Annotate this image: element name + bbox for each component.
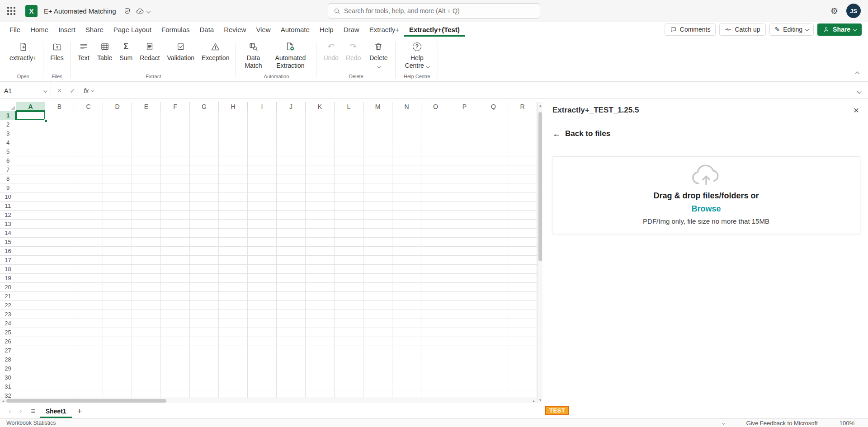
row-header-16[interactable]: 16 [0,247,16,256]
search-input[interactable] [344,7,534,14]
menu-tab-page-layout[interactable]: Page Layout [108,22,156,37]
row-header-25[interactable]: 25 [0,328,16,337]
undo-button[interactable]: ↶ Undo [320,38,341,63]
row-header-7[interactable]: 7 [0,165,16,174]
row-header-9[interactable]: 9 [0,183,16,192]
column-header-H[interactable]: H [219,102,248,111]
exception-button[interactable]: Exception [198,38,232,63]
workbook-statistics-button[interactable]: Workbook Statistics [6,420,56,426]
row-header-23[interactable]: 23 [0,310,16,319]
column-header-F[interactable]: F [161,102,190,111]
row-header-2[interactable]: 2 [0,120,16,129]
column-header-K[interactable]: K [306,102,335,111]
row-header-6[interactable]: 6 [0,156,16,165]
row-header-5[interactable]: 5 [0,147,16,156]
delete-button[interactable]: Delete [365,38,392,70]
data-match-button[interactable]: Data Match [240,38,267,70]
formula-enter-icon[interactable]: ✓ [70,87,75,94]
row-header-18[interactable]: 18 [0,265,16,274]
row-header-14[interactable]: 14 [0,229,16,238]
formula-bar-expand-button[interactable] [850,87,868,94]
column-header-C[interactable]: C [74,102,103,111]
add-sheet-button[interactable]: + [72,404,88,418]
row-header-31[interactable]: 31 [0,382,16,391]
editing-mode-button[interactable]: ✎ Editing [769,23,814,36]
column-header-A[interactable]: A [16,102,45,111]
sum-button[interactable]: Σ Sum [116,38,136,63]
fill-handle[interactable] [44,119,47,122]
scroll-right-arrow-icon[interactable]: ▸ [531,398,537,404]
formula-cancel-icon[interactable]: × [57,87,61,94]
column-header-M[interactable]: M [363,102,392,111]
comments-button[interactable]: Comments [665,23,716,36]
column-header-B[interactable]: B [45,102,74,111]
menu-tab-file[interactable]: File [5,22,25,37]
status-chevron-icon[interactable] [722,422,725,424]
row-header-21[interactable]: 21 [0,292,16,301]
menu-tab-help[interactable]: Help [315,22,339,37]
column-header-D[interactable]: D [103,102,132,111]
column-header-E[interactable]: E [132,102,161,111]
column-header-N[interactable]: N [392,102,421,111]
formula-input[interactable] [100,83,850,98]
column-header-O[interactable]: O [421,102,450,111]
horizontal-scrollbar-thumb[interactable] [6,399,166,403]
validation-button[interactable]: Validation [164,38,198,63]
sheet-nav-left-icon[interactable]: ‹ [5,404,15,418]
menu-tab-extractly-test[interactable]: Extractly+(Test) [404,22,465,37]
name-box[interactable]: A1 [0,83,51,98]
row-header-27[interactable]: 27 [0,346,16,355]
row-header-12[interactable]: 12 [0,211,16,220]
vertical-scrollbar[interactable]: ▴ ▾ [537,102,542,403]
column-header-I[interactable]: I [248,102,277,111]
close-icon[interactable]: × [854,105,859,115]
redo-button[interactable]: ↷ Redo [343,38,364,63]
row-header-13[interactable]: 13 [0,220,16,229]
vertical-scrollbar-thumb[interactable] [538,112,542,261]
row-header-24[interactable]: 24 [0,319,16,328]
redact-button[interactable]: Redact [137,38,163,63]
row-header-20[interactable]: 20 [0,283,16,292]
menu-tab-home[interactable]: Home [25,22,53,37]
row-header-26[interactable]: 26 [0,337,16,346]
column-header-G[interactable]: G [190,102,219,111]
menu-tab-extractly[interactable]: Extractly+ [364,22,404,37]
catch-up-button[interactable]: Catch up [719,23,765,36]
insert-function-button[interactable]: fx [84,87,94,94]
ribbon-collapse-button[interactable] [856,70,859,77]
scroll-down-arrow-icon[interactable]: ▾ [538,397,543,403]
share-button[interactable]: Share [817,23,862,36]
menu-tab-formulas[interactable]: Formulas [156,22,195,37]
browse-link[interactable]: Browse [691,204,721,214]
menu-tab-share[interactable]: Share [80,22,108,37]
row-header-4[interactable]: 4 [0,138,16,147]
menu-tab-automate[interactable]: Automate [276,22,315,37]
select-all-corner[interactable] [0,102,16,111]
row-header-22[interactable]: 22 [0,301,16,310]
row-header-32[interactable]: 32 [0,391,16,398]
row-header-30[interactable]: 30 [0,373,16,382]
menu-tab-data[interactable]: Data [195,22,219,37]
back-to-files-button[interactable]: ← Back to files [545,115,868,138]
row-header-28[interactable]: 28 [0,355,16,364]
menu-tab-view[interactable]: View [251,22,275,37]
shield-check-icon[interactable] [123,7,131,15]
scroll-up-arrow-icon[interactable]: ▴ [538,102,543,108]
menu-tab-draw[interactable]: Draw [339,22,364,37]
column-header-L[interactable]: L [335,102,363,111]
settings-gear-icon[interactable]: ⚙ [830,7,838,15]
grid-cells[interactable] [16,111,537,398]
text-button[interactable]: Text [74,38,93,63]
row-header-1[interactable]: 1 [0,111,16,120]
sheet-tab-sheet1[interactable]: Sheet1 [40,404,72,418]
file-drop-zone[interactable]: Drag & drop files/folders or Browse PDF/… [552,156,860,234]
column-header-R[interactable]: R [508,102,537,111]
autosave-cloud-icon[interactable] [136,7,150,15]
row-header-17[interactable]: 17 [0,256,16,265]
row-header-15[interactable]: 15 [0,238,16,247]
column-header-P[interactable]: P [450,102,479,111]
search-box[interactable] [328,3,540,19]
table-button[interactable]: Table [94,38,115,63]
sheet-nav-right-icon[interactable]: › [15,404,26,418]
excel-logo-icon[interactable]: X [25,5,38,17]
